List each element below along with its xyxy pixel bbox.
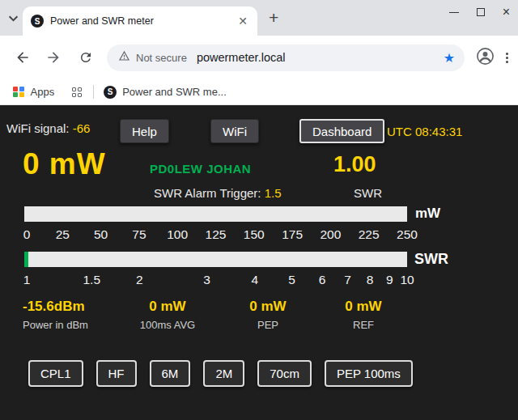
swr-value-big: 1.00 <box>333 152 376 177</box>
reload-icon[interactable] <box>73 45 99 70</box>
6m-button[interactable]: 6M <box>150 360 191 387</box>
power-tick: 200 <box>320 227 341 242</box>
avg-reading-label: 100ms AVG <box>140 319 195 331</box>
site-favicon-icon: S <box>31 15 44 28</box>
not-secure-warning-icon <box>118 50 130 65</box>
tab-search-chevron-icon[interactable] <box>8 11 19 26</box>
swr-alarm-trigger: SWR Alarm Trigger: 1.5 <box>154 186 282 200</box>
avg-reading: 0 mW <box>149 299 185 315</box>
swr-tick: 8 <box>367 273 374 287</box>
dbm-reading: -15.6dBm <box>23 299 85 315</box>
power-tick: 125 <box>206 227 227 242</box>
back-icon[interactable] <box>10 45 36 70</box>
power-tick: 50 <box>94 227 108 242</box>
reading-list-grid-icon[interactable] <box>72 87 82 97</box>
dashboard-button[interactable]: Dashboard <box>299 119 384 143</box>
address-bar[interactable]: Not secure powermeter.local ★ <box>107 45 465 71</box>
power-tick: 225 <box>359 227 380 242</box>
wifi-signal: WiFi signal: -66 <box>6 121 90 135</box>
swr-tick: 6 <box>319 273 326 287</box>
pep-reading-label: PEP <box>257 319 278 331</box>
power-tick: 100 <box>167 227 188 242</box>
pep-reading: 0 mW <box>249 299 286 315</box>
swr-tick: 4 <box>251 273 258 287</box>
apps-grid-icon[interactable] <box>13 87 24 98</box>
power-tick: 25 <box>56 227 70 242</box>
security-chip[interactable]: Not secure <box>136 52 187 64</box>
swr-tick: 3 <box>203 273 210 287</box>
power-tick: 250 <box>397 227 418 242</box>
power-meter-page: WiFi signal: -66 Help WiFi Dashboard UTC… <box>0 105 518 420</box>
browser-tab[interactable]: S Power and SWR meter ✕ <box>23 6 257 36</box>
band-button-row: CPL1 HF 6M 2M 70cm PEP 100ms <box>28 360 413 387</box>
swr-meter-fill <box>24 252 28 267</box>
swr-alarm-value: 1.5 <box>265 186 282 200</box>
profile-icon[interactable] <box>476 47 495 69</box>
power-meter-bar <box>24 206 407 222</box>
url-text[interactable]: powermeter.local <box>197 51 444 64</box>
bookmark-star-icon[interactable]: ★ <box>444 50 455 66</box>
tab-title: Power and SWR meter <box>50 15 230 27</box>
power-tick: 0 <box>23 227 31 242</box>
bookmarks-separator <box>93 85 94 99</box>
70cm-button[interactable]: 70cm <box>257 360 312 387</box>
wifi-signal-value: -66 <box>73 121 91 135</box>
swr-alarm-label: SWR Alarm Trigger: <box>154 186 261 200</box>
bookmark-label: Power and SWR me... <box>122 86 227 98</box>
swr-caption: SWR <box>354 186 382 200</box>
swr-tick: 2 <box>136 273 143 287</box>
cpl1-button[interactable]: CPL1 <box>28 360 83 387</box>
ref-reading-label: REF <box>353 319 374 331</box>
swr-meter-bar <box>24 252 407 267</box>
minimize-button[interactable] <box>449 12 459 13</box>
power-tick: 175 <box>282 227 303 242</box>
apps-label[interactable]: Apps <box>31 86 55 98</box>
swr-scale: 1 1.5 2 3 4 5 6 7 8 9 10 <box>24 273 407 287</box>
pep-100ms-button[interactable]: PEP 100ms <box>325 360 413 387</box>
callsign: PD0LEW JOHAN <box>150 162 251 176</box>
menu-icon[interactable] <box>506 53 508 63</box>
new-tab-button[interactable]: + <box>269 8 278 28</box>
tab-strip: S Power and SWR meter ✕ + × <box>0 0 518 36</box>
swr-tick: 1 <box>23 273 31 287</box>
navigation-bar: Not secure powermeter.local ★ <box>0 36 518 79</box>
bookmark-favicon-icon: S <box>104 86 117 99</box>
close-button[interactable]: × <box>503 8 510 16</box>
swr-tick: 5 <box>288 273 295 287</box>
power-tick: 75 <box>132 227 146 242</box>
2m-button[interactable]: 2M <box>203 360 244 387</box>
bookmark-item[interactable]: S Power and SWR me... <box>104 86 227 99</box>
swr-tick: 1.5 <box>83 273 100 287</box>
forward-icon[interactable] <box>40 45 66 70</box>
window-controls: × <box>449 8 510 16</box>
swr-tick: 7 <box>344 273 351 287</box>
swr-tick: 9 <box>386 273 393 287</box>
swr-bar-unit: SWR <box>414 251 448 268</box>
utc-clock: UTC 08:43:31 <box>387 125 462 138</box>
bookmarks-bar: Apps S Power and SWR me... <box>0 79 518 105</box>
ref-reading: 0 mW <box>345 299 381 315</box>
hf-button[interactable]: HF <box>96 360 137 387</box>
power-tick: 150 <box>244 227 265 242</box>
maximize-button[interactable] <box>477 8 485 16</box>
wifi-button[interactable]: WiFi <box>210 119 259 143</box>
tab-close-icon[interactable]: ✕ <box>235 15 251 28</box>
swr-tick: 10 <box>400 273 414 287</box>
dbm-reading-label: Power in dBm <box>23 319 88 331</box>
power-bar-unit: mW <box>415 206 440 222</box>
power-value-big: 0 mW <box>23 147 106 181</box>
power-scale: 0 25 50 75 100 125 150 175 200 225 250 <box>24 227 407 242</box>
help-button[interactable]: Help <box>120 119 169 143</box>
wifi-signal-label: WiFi signal: <box>6 121 70 135</box>
